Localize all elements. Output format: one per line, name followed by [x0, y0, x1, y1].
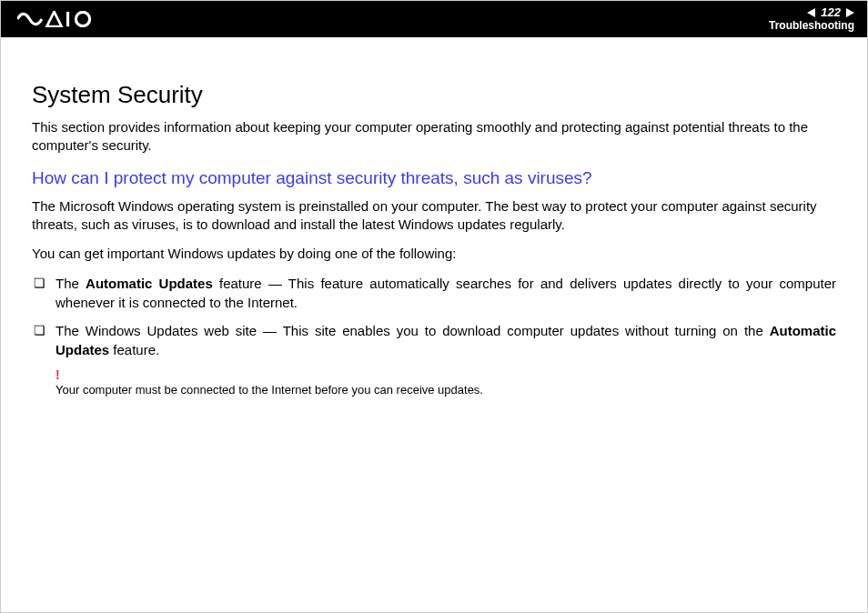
list-item: The Automatic Updates feature — This fea…: [32, 274, 836, 312]
page-number: 122: [821, 6, 841, 19]
question-heading: How can I protect my computer against se…: [32, 168, 836, 188]
section-label: Troubleshooting: [769, 20, 854, 32]
note-text: Your computer must be connected to the I…: [56, 383, 836, 397]
document-page: 122 Troubleshooting System Security This…: [0, 0, 868, 613]
answer-paragraph-2: You can get important Windows updates by…: [32, 245, 836, 263]
page-title: System Security: [32, 81, 836, 109]
page-header: 122 Troubleshooting: [1, 1, 867, 37]
note-block: ! Your computer must be connected to the…: [32, 368, 836, 397]
warning-icon: !: [56, 368, 836, 381]
svg-point-1: [76, 12, 89, 25]
bullet-text-suffix: feature.: [109, 342, 159, 357]
bullet-text-prefix: The: [56, 276, 86, 291]
answer-paragraph-1: The Microsoft Windows operating system i…: [32, 197, 836, 235]
bullet-list: The Automatic Updates feature — This fea…: [32, 274, 836, 359]
svg-rect-0: [66, 12, 69, 26]
vaio-logo: [17, 11, 99, 27]
header-right: 122 Troubleshooting: [769, 6, 854, 32]
bullet-text-prefix: The Windows Updates web site — This site…: [56, 323, 770, 338]
intro-paragraph: This section provides information about …: [32, 118, 836, 156]
page-content: System Security This section provides in…: [1, 37, 867, 397]
vaio-logo-icon: [17, 11, 99, 27]
next-page-icon[interactable]: [846, 8, 854, 17]
list-item: The Windows Updates web site — This site…: [32, 321, 836, 359]
bullet-bold: Automatic Updates: [86, 276, 213, 291]
page-nav: 122: [769, 6, 854, 19]
prev-page-icon[interactable]: [807, 8, 815, 17]
